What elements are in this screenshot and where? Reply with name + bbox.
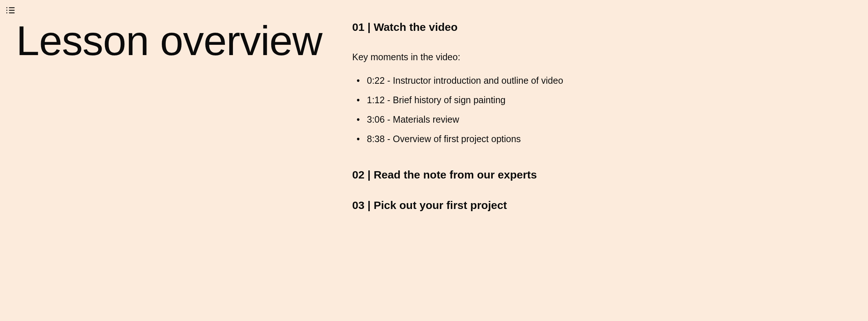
step-number: 01 [352, 21, 364, 33]
step-heading-1: 01 | Watch the video [352, 20, 853, 34]
key-moment-item: 3:06 - Materials review [367, 113, 853, 126]
svg-point-0 [6, 7, 7, 8]
page-container: Lesson overview 01 | Watch the video Key… [0, 0, 868, 321]
step-heading-2: 02 | Read the note from our experts [352, 167, 853, 182]
step-number: 03 [352, 199, 364, 211]
key-moments-label: Key moments in the video: [352, 52, 853, 62]
svg-point-1 [6, 10, 7, 11]
key-moments-list: 0:22 - Instructor introduction and outli… [352, 74, 853, 145]
list-menu-icon[interactable] [5, 5, 15, 15]
step-label: Watch the video [373, 21, 457, 33]
svg-point-2 [6, 12, 7, 14]
step-label: Read the note from our experts [373, 169, 537, 181]
left-column: Lesson overview [0, 0, 349, 321]
step-heading-3: 03 | Pick out your first project [352, 198, 853, 212]
key-moment-item: 0:22 - Instructor introduction and outli… [367, 74, 853, 87]
key-moment-item: 8:38 - Overview of first project options [367, 133, 853, 145]
step-number: 02 [352, 169, 364, 181]
key-moment-item: 1:12 - Brief history of sign painting [367, 94, 853, 107]
right-column: 01 | Watch the video Key moments in the … [349, 0, 868, 321]
step-label: Pick out your first project [373, 199, 507, 211]
page-title: Lesson overview [16, 18, 349, 64]
